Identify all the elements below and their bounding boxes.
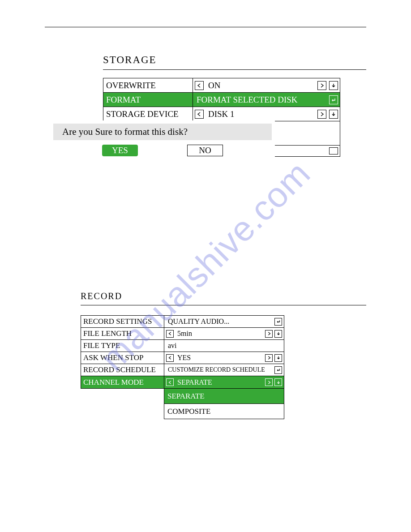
label-format: FORMAT xyxy=(103,93,193,107)
channel-mode-text: SEPARATE xyxy=(176,378,263,386)
storage-rule xyxy=(103,69,366,70)
row-format: FORMAT FORMAT SELECTED DISK xyxy=(103,93,340,107)
arrow-right-icon[interactable] xyxy=(265,378,273,386)
record-table: RECORD SETTINGS QUALITY AUDIO... FILE LE… xyxy=(81,315,284,389)
row-channel-mode: CHANNEL MODE SEPARATE xyxy=(81,376,284,388)
value-ask-when-stop[interactable]: YES xyxy=(164,352,284,364)
value-overwrite[interactable]: ON xyxy=(193,78,340,92)
arrow-down-icon[interactable] xyxy=(329,81,338,90)
yes-button[interactable]: YES xyxy=(102,145,138,156)
schedule-text: CUSTOMIZE RECORD SCHEDULE xyxy=(166,366,273,373)
device-text: DISK 1 xyxy=(206,109,315,119)
arrow-left-icon[interactable] xyxy=(166,354,174,362)
no-button[interactable]: NO xyxy=(187,145,223,156)
arrow-down-icon[interactable] xyxy=(274,378,282,386)
value-storage-device[interactable]: DISK 1 xyxy=(193,107,340,121)
value-file-length[interactable]: 5min xyxy=(164,328,284,339)
dialog-buttons: YES NO xyxy=(53,145,272,156)
arrow-left-icon[interactable] xyxy=(166,330,174,338)
arrow-down-icon[interactable] xyxy=(274,330,282,338)
arrow-left-icon[interactable] xyxy=(166,378,174,386)
partial-icon xyxy=(329,147,338,154)
enter-icon[interactable] xyxy=(274,366,282,374)
enter-icon[interactable] xyxy=(329,95,338,104)
label-overwrite: OVERWRITE xyxy=(103,78,193,92)
row-storage-device: STORAGE DEVICE DISK 1 xyxy=(103,107,340,121)
storage-panel: OVERWRITE ON FORMAT FORMAT SELECTED DISK… xyxy=(45,78,366,157)
label-file-type: FILE TYPE xyxy=(81,340,164,352)
overwrite-text: ON xyxy=(206,81,315,90)
top-rule xyxy=(45,27,366,27)
arrow-left-icon[interactable] xyxy=(195,110,204,119)
label-record-schedule: RECORD SCHEDULE xyxy=(81,364,164,376)
format-text: FORMAT SELECTED DISK xyxy=(195,95,326,105)
row-overwrite: OVERWRITE ON xyxy=(103,78,340,93)
value-file-type: avi xyxy=(164,340,284,352)
storage-title: STORAGE xyxy=(103,54,366,66)
row-record-settings: RECORD SETTINGS QUALITY AUDIO... xyxy=(81,316,284,328)
value-format[interactable]: FORMAT SELECTED DISK xyxy=(193,93,340,107)
label-channel-mode: CHANNEL MODE xyxy=(81,376,164,388)
channel-mode-dropdown: SEPARATE COMPOSITE xyxy=(164,389,284,419)
label-ask-when-stop: ASK WHEN STOP xyxy=(81,352,164,364)
label-file-length: FILE LENGTH xyxy=(81,328,164,339)
file-length-text: 5min xyxy=(176,330,263,338)
dropdown-option-composite[interactable]: COMPOSITE xyxy=(164,404,284,419)
format-confirm-dialog: Are you Sure to format this disk? YES NO xyxy=(50,120,275,162)
enter-icon[interactable] xyxy=(274,318,282,326)
arrow-right-icon[interactable] xyxy=(265,330,273,338)
file-type-text: avi xyxy=(166,342,282,350)
record-rule xyxy=(81,305,366,305)
row-file-length: FILE LENGTH 5min xyxy=(81,328,284,340)
record-title: RECORD xyxy=(81,291,366,301)
row-record-schedule: RECORD SCHEDULE CUSTOMIZE RECORD SCHEDUL… xyxy=(81,364,284,376)
dialog-message: Are you Sure to format this disk? xyxy=(53,124,272,140)
row-ask-when-stop: ASK WHEN STOP YES xyxy=(81,352,284,364)
arrow-left-icon[interactable] xyxy=(195,81,204,90)
arrow-right-icon[interactable] xyxy=(265,354,273,362)
record-settings-text: QUALITY AUDIO... xyxy=(166,317,273,326)
value-record-schedule[interactable]: CUSTOMIZE RECORD SCHEDULE xyxy=(164,364,284,376)
value-record-settings[interactable]: QUALITY AUDIO... xyxy=(164,316,284,327)
dropdown-option-separate[interactable]: SEPARATE xyxy=(164,389,284,404)
ask-text: YES xyxy=(176,354,263,362)
row-file-type: FILE TYPE avi xyxy=(81,340,284,352)
arrow-right-icon[interactable] xyxy=(317,110,326,119)
label-storage-device: STORAGE DEVICE xyxy=(103,107,193,121)
label-record-settings: RECORD SETTINGS xyxy=(81,316,164,327)
arrow-down-icon[interactable] xyxy=(274,354,282,362)
arrow-right-icon[interactable] xyxy=(317,81,326,90)
arrow-down-icon[interactable] xyxy=(329,110,338,119)
value-channel-mode[interactable]: SEPARATE xyxy=(164,376,284,388)
